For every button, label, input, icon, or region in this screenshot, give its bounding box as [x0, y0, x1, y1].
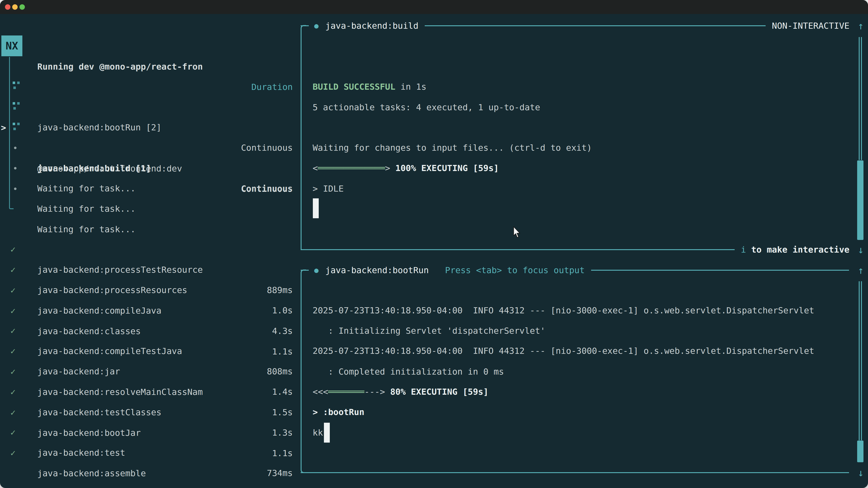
- bootrun-prompt-line: > :bootRun: [313, 402, 364, 422]
- check-icon: ✓: [10, 443, 16, 463]
- completed-task-row[interactable]: ✓ java-backend:assemble 774ms: [0, 422, 301, 443]
- completed-task-row[interactable]: ✓ java-backend:resolveMainClassNam 1.5s: [0, 341, 301, 361]
- task-row-build-selected[interactable]: > java-backend:build [1] Continuous: [0, 97, 301, 118]
- sidebar-title: Running dev @mono-app/react-fron: [37, 57, 203, 77]
- waiting-changes-line: Waiting for changes to input files... (c…: [313, 138, 592, 158]
- completed-task-row[interactable]: ✓ java-backend:compileTestJava 808ms: [0, 300, 301, 321]
- build-panel-footer: i to make interactive ↓: [301, 245, 866, 254]
- bootrun-input-line[interactable]: kk: [313, 422, 323, 443]
- waiting-label: Waiting for task...: [37, 199, 135, 219]
- border-stub: [301, 25, 309, 26]
- bootrun-progress-line: <<<═══════---> 80% EXECUTING [59s]: [313, 382, 489, 402]
- waiting-task-row: Waiting for task...: [0, 178, 301, 199]
- bootrun-terminal-cursor: [324, 423, 330, 443]
- bootrun-scrollbar-thumb[interactable]: [857, 441, 864, 462]
- footer-rule: [301, 249, 735, 250]
- task-duration: 1.1s: [202, 443, 293, 463]
- scroll-up-icon[interactable]: ↑: [855, 265, 866, 276]
- build-panel-left-border: [301, 32, 302, 249]
- scroll-down-icon[interactable]: ↓: [855, 467, 866, 479]
- zoom-button[interactable]: [20, 4, 25, 10]
- build-result-line: BUILD SUCCESSFUL in 1s: [313, 76, 426, 97]
- build-progress-line: <═════════════> 100% EXECUTING [59s]: [313, 158, 499, 178]
- scroll-up-icon[interactable]: ↑: [855, 20, 866, 32]
- log-line: 2025-07-23T13:40:18.950-04:00 INFO 44312…: [313, 300, 814, 321]
- completed-task-row[interactable]: ✓ java-backend:testClasses 1.3s: [0, 361, 301, 382]
- bootrun-panel-footer: ↓: [301, 468, 866, 477]
- waiting-task-row: Waiting for task...: [0, 158, 301, 178]
- interactive-key: i: [741, 245, 746, 255]
- completed-task-row[interactable]: ✓ java-backend:processResources 1.0s: [0, 239, 301, 260]
- build-panel-header[interactable]: ● java-backend:build NON-INTERACTIVE ↑: [301, 21, 866, 30]
- interactive-hint: to make interactive: [746, 245, 849, 255]
- bootrun-panel-header[interactable]: ● java-backend:bootRun Press <tab> to fo…: [301, 266, 866, 275]
- bootrun-scrollbar-track[interactable]: [859, 281, 862, 440]
- titlebar: [0, 0, 868, 14]
- pending-dot-icon: [14, 188, 17, 190]
- pending-dot-icon: [14, 147, 17, 149]
- sidebar-header: Running dev @mono-app/react-fron Duratio…: [0, 36, 301, 57]
- build-panel-title: java-backend:build: [325, 21, 418, 31]
- task-dot-icon: ●: [314, 21, 318, 30]
- header-rule: [425, 25, 766, 26]
- tasks-summary-line: 5 actionable tasks: 4 executed, 1 up-to-…: [313, 97, 540, 118]
- mode-badge: NON-INTERACTIVE: [772, 21, 849, 31]
- completed-task-row[interactable]: ✓ java-backend:processTestResource 889ms: [0, 219, 301, 239]
- spinner-icon: [13, 102, 21, 110]
- scroll-down-icon[interactable]: ↓: [855, 244, 866, 256]
- log-line: : Completed initialization in 0 ms: [313, 361, 504, 382]
- spinner-icon: [13, 82, 21, 90]
- idle-line: > IDLE: [313, 178, 344, 199]
- focus-hint: Press <tab> to focus output: [445, 265, 585, 275]
- sidebar-footer: ←1/2→ quit: q help: ?: [0, 463, 301, 484]
- completed-task-row[interactable]: ✓ java-backend:test 734ms: [0, 402, 301, 422]
- task-dot-icon: ●: [314, 266, 318, 275]
- build-scrollbar-thumb[interactable]: [857, 160, 864, 240]
- completed-task-row[interactable]: ✓ java-backend:bootJar 1.1s: [0, 382, 301, 402]
- footer-rule: [301, 472, 849, 473]
- mouse-cursor-icon: [513, 226, 521, 238]
- bootrun-panel-left-border: [301, 276, 302, 466]
- bootrun-panel-title: java-backend:bootRun: [325, 265, 429, 275]
- completed-task-row[interactable]: ✓ java-backend:jar 1.4s: [0, 321, 301, 341]
- minimize-button[interactable]: [12, 4, 18, 10]
- log-line: : Initializing Servlet 'dispatcherServle…: [313, 321, 546, 341]
- task-label: java-backend:test: [37, 443, 125, 463]
- task-row-bootrun[interactable]: java-backend:bootRun [2] Continuous: [0, 76, 301, 97]
- waiting-task-row: Waiting for task...: [0, 138, 301, 158]
- completed-task-row[interactable]: ✓ java-backend:classes 1.1s: [0, 281, 301, 301]
- border-stub: [301, 270, 309, 271]
- pager: ←1/2→: [11, 484, 74, 488]
- header-rule: [591, 270, 849, 271]
- pending-dot-icon: [14, 167, 17, 169]
- log-line: 2025-07-23T13:40:18.950-04:00 INFO 44312…: [313, 341, 814, 361]
- task-row-frontend-dev[interactable]: @mono-app/react-frontend:dev Continuous: [0, 118, 301, 138]
- close-button[interactable]: [5, 4, 10, 10]
- build-terminal-cursor: [313, 198, 319, 218]
- terminal-window: NX Running dev @mono-app/react-fron Dura…: [0, 0, 868, 488]
- build-scrollbar-track[interactable]: [859, 37, 862, 160]
- completed-task-row[interactable]: ✓ java-backend:compileJava 4.3s: [0, 260, 301, 280]
- spinner-icon: [13, 123, 21, 131]
- task-duration: 774ms: [202, 484, 293, 488]
